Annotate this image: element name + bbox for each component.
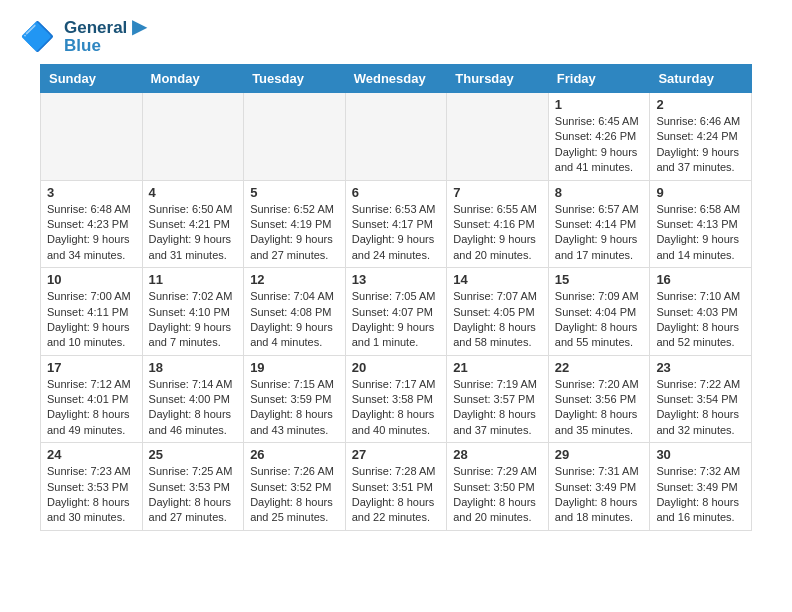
day-info: Sunrise: 7:20 AM Sunset: 3:56 PM Dayligh…: [555, 377, 644, 439]
calendar-cell: [447, 93, 549, 181]
day-info: Sunrise: 6:57 AM Sunset: 4:14 PM Dayligh…: [555, 202, 644, 264]
day-info: Sunrise: 7:22 AM Sunset: 3:54 PM Dayligh…: [656, 377, 745, 439]
calendar-cell: 5Sunrise: 6:52 AM Sunset: 4:19 PM Daylig…: [244, 180, 346, 268]
col-tuesday: Tuesday: [244, 65, 346, 93]
calendar-table: Sunday Monday Tuesday Wednesday Thursday…: [40, 64, 752, 531]
day-number: 15: [555, 272, 644, 287]
day-info: Sunrise: 7:02 AM Sunset: 4:10 PM Dayligh…: [149, 289, 238, 351]
day-number: 22: [555, 360, 644, 375]
calendar-cell: 13Sunrise: 7:05 AM Sunset: 4:07 PM Dayli…: [345, 268, 447, 356]
calendar-cell: 17Sunrise: 7:12 AM Sunset: 4:01 PM Dayli…: [41, 355, 143, 443]
calendar-cell: 25Sunrise: 7:25 AM Sunset: 3:53 PM Dayli…: [142, 443, 244, 531]
col-thursday: Thursday: [447, 65, 549, 93]
day-number: 17: [47, 360, 136, 375]
calendar-cell: 14Sunrise: 7:07 AM Sunset: 4:05 PM Dayli…: [447, 268, 549, 356]
day-info: Sunrise: 7:25 AM Sunset: 3:53 PM Dayligh…: [149, 464, 238, 526]
calendar-cell: 7Sunrise: 6:55 AM Sunset: 4:16 PM Daylig…: [447, 180, 549, 268]
calendar-cell: 3Sunrise: 6:48 AM Sunset: 4:23 PM Daylig…: [41, 180, 143, 268]
day-info: Sunrise: 6:52 AM Sunset: 4:19 PM Dayligh…: [250, 202, 339, 264]
day-info: Sunrise: 6:45 AM Sunset: 4:26 PM Dayligh…: [555, 114, 644, 176]
day-info: Sunrise: 7:32 AM Sunset: 3:49 PM Dayligh…: [656, 464, 745, 526]
calendar-cell: 29Sunrise: 7:31 AM Sunset: 3:49 PM Dayli…: [548, 443, 650, 531]
col-sunday: Sunday: [41, 65, 143, 93]
weekday-row: Sunday Monday Tuesday Wednesday Thursday…: [41, 65, 752, 93]
day-number: 29: [555, 447, 644, 462]
logo-blue: Blue: [64, 36, 101, 55]
day-info: Sunrise: 7:26 AM Sunset: 3:52 PM Dayligh…: [250, 464, 339, 526]
day-info: Sunrise: 7:10 AM Sunset: 4:03 PM Dayligh…: [656, 289, 745, 351]
day-number: 2: [656, 97, 745, 112]
day-number: 12: [250, 272, 339, 287]
calendar-cell: 6Sunrise: 6:53 AM Sunset: 4:17 PM Daylig…: [345, 180, 447, 268]
calendar-cell: 28Sunrise: 7:29 AM Sunset: 3:50 PM Dayli…: [447, 443, 549, 531]
day-number: 25: [149, 447, 238, 462]
day-info: Sunrise: 7:19 AM Sunset: 3:57 PM Dayligh…: [453, 377, 542, 439]
day-info: Sunrise: 7:05 AM Sunset: 4:07 PM Dayligh…: [352, 289, 441, 351]
calendar-wrapper: Sunday Monday Tuesday Wednesday Thursday…: [0, 64, 792, 551]
calendar-header: Sunday Monday Tuesday Wednesday Thursday…: [41, 65, 752, 93]
calendar-cell: 2Sunrise: 6:46 AM Sunset: 4:24 PM Daylig…: [650, 93, 752, 181]
day-info: Sunrise: 6:48 AM Sunset: 4:23 PM Dayligh…: [47, 202, 136, 264]
calendar-cell: 21Sunrise: 7:19 AM Sunset: 3:57 PM Dayli…: [447, 355, 549, 443]
day-number: 11: [149, 272, 238, 287]
day-info: Sunrise: 7:23 AM Sunset: 3:53 PM Dayligh…: [47, 464, 136, 526]
calendar-cell: 22Sunrise: 7:20 AM Sunset: 3:56 PM Dayli…: [548, 355, 650, 443]
calendar-cell: 11Sunrise: 7:02 AM Sunset: 4:10 PM Dayli…: [142, 268, 244, 356]
day-number: 10: [47, 272, 136, 287]
day-number: 9: [656, 185, 745, 200]
calendar-week-5: 24Sunrise: 7:23 AM Sunset: 3:53 PM Dayli…: [41, 443, 752, 531]
calendar-cell: 18Sunrise: 7:14 AM Sunset: 4:00 PM Dayli…: [142, 355, 244, 443]
logo-general: General: [64, 18, 127, 37]
day-info: Sunrise: 7:00 AM Sunset: 4:11 PM Dayligh…: [47, 289, 136, 351]
calendar-cell: 15Sunrise: 7:09 AM Sunset: 4:04 PM Dayli…: [548, 268, 650, 356]
day-number: 16: [656, 272, 745, 287]
day-info: Sunrise: 6:55 AM Sunset: 4:16 PM Dayligh…: [453, 202, 542, 264]
day-info: Sunrise: 7:14 AM Sunset: 4:00 PM Dayligh…: [149, 377, 238, 439]
calendar-cell: 27Sunrise: 7:28 AM Sunset: 3:51 PM Dayli…: [345, 443, 447, 531]
day-number: 4: [149, 185, 238, 200]
col-saturday: Saturday: [650, 65, 752, 93]
day-number: 13: [352, 272, 441, 287]
calendar-cell: [41, 93, 143, 181]
day-number: 24: [47, 447, 136, 462]
calendar-cell: 4Sunrise: 6:50 AM Sunset: 4:21 PM Daylig…: [142, 180, 244, 268]
day-number: 23: [656, 360, 745, 375]
day-info: Sunrise: 7:29 AM Sunset: 3:50 PM Dayligh…: [453, 464, 542, 526]
calendar-week-1: 1Sunrise: 6:45 AM Sunset: 4:26 PM Daylig…: [41, 93, 752, 181]
calendar-cell: 10Sunrise: 7:00 AM Sunset: 4:11 PM Dayli…: [41, 268, 143, 356]
day-number: 6: [352, 185, 441, 200]
calendar-cell: 9Sunrise: 6:58 AM Sunset: 4:13 PM Daylig…: [650, 180, 752, 268]
day-info: Sunrise: 7:31 AM Sunset: 3:49 PM Dayligh…: [555, 464, 644, 526]
calendar-cell: 23Sunrise: 7:22 AM Sunset: 3:54 PM Dayli…: [650, 355, 752, 443]
day-info: Sunrise: 7:04 AM Sunset: 4:08 PM Dayligh…: [250, 289, 339, 351]
logo: 🔷 General ▶ Blue: [20, 16, 147, 56]
day-number: 28: [453, 447, 542, 462]
calendar-body: 1Sunrise: 6:45 AM Sunset: 4:26 PM Daylig…: [41, 93, 752, 531]
day-info: Sunrise: 7:17 AM Sunset: 3:58 PM Dayligh…: [352, 377, 441, 439]
calendar-cell: [244, 93, 346, 181]
day-number: 5: [250, 185, 339, 200]
calendar-cell: 16Sunrise: 7:10 AM Sunset: 4:03 PM Dayli…: [650, 268, 752, 356]
day-number: 8: [555, 185, 644, 200]
day-info: Sunrise: 6:58 AM Sunset: 4:13 PM Dayligh…: [656, 202, 745, 264]
day-info: Sunrise: 7:07 AM Sunset: 4:05 PM Dayligh…: [453, 289, 542, 351]
day-info: Sunrise: 6:53 AM Sunset: 4:17 PM Dayligh…: [352, 202, 441, 264]
day-number: 26: [250, 447, 339, 462]
col-friday: Friday: [548, 65, 650, 93]
calendar-cell: 30Sunrise: 7:32 AM Sunset: 3:49 PM Dayli…: [650, 443, 752, 531]
day-number: 27: [352, 447, 441, 462]
day-number: 30: [656, 447, 745, 462]
calendar-cell: 26Sunrise: 7:26 AM Sunset: 3:52 PM Dayli…: [244, 443, 346, 531]
day-number: 14: [453, 272, 542, 287]
svg-text:🔷: 🔷: [20, 20, 55, 53]
page-header: 🔷 General ▶ Blue: [0, 0, 792, 64]
day-number: 1: [555, 97, 644, 112]
day-info: Sunrise: 7:09 AM Sunset: 4:04 PM Dayligh…: [555, 289, 644, 351]
calendar-cell: 8Sunrise: 6:57 AM Sunset: 4:14 PM Daylig…: [548, 180, 650, 268]
calendar-cell: 19Sunrise: 7:15 AM Sunset: 3:59 PM Dayli…: [244, 355, 346, 443]
calendar-cell: 20Sunrise: 7:17 AM Sunset: 3:58 PM Dayli…: [345, 355, 447, 443]
day-info: Sunrise: 7:28 AM Sunset: 3:51 PM Dayligh…: [352, 464, 441, 526]
page-container: 🔷 General ▶ Blue: [0, 0, 792, 551]
day-number: 3: [47, 185, 136, 200]
day-info: Sunrise: 6:50 AM Sunset: 4:21 PM Dayligh…: [149, 202, 238, 264]
